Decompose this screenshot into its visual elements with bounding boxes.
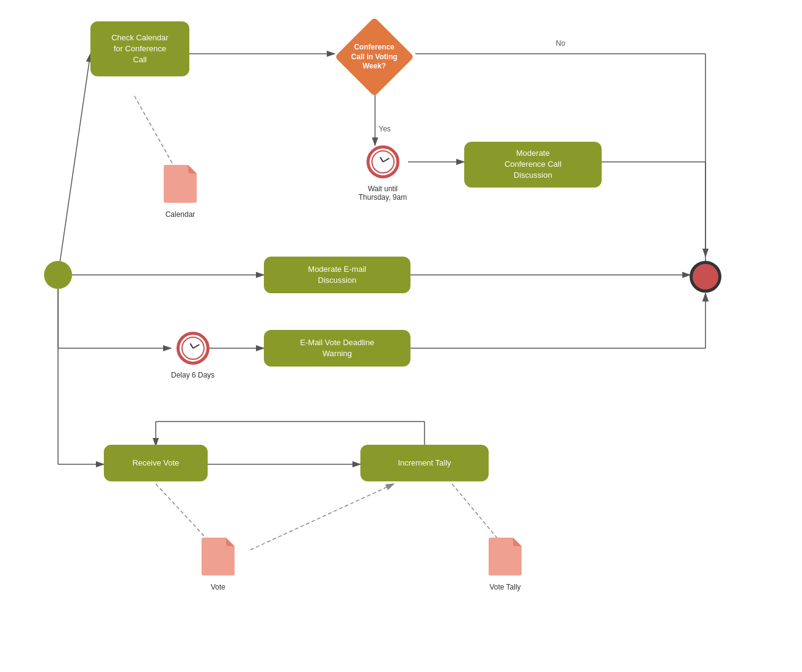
svg-line-25 [250, 484, 394, 550]
check-calendar-node: Check Calendarfor ConferenceCall [90, 21, 189, 76]
vote-doc-icon [202, 538, 235, 575]
delay-6days-node: Delay 6 Days [171, 332, 214, 379]
end-node [690, 261, 721, 293]
increment-tally-node: Increment Tally [360, 445, 489, 481]
svg-line-2 [58, 54, 90, 275]
vote-doc-node: Vote [202, 538, 235, 591]
receive-vote-node: Receive Vote [104, 445, 208, 481]
vote-tally-doc-label: Vote Tally [489, 583, 520, 591]
moderate-email-label: Moderate E-mailDiscussion [308, 264, 366, 286]
vote-doc-label: Vote [211, 583, 225, 591]
moderate-email-node: Moderate E-mailDiscussion [264, 257, 410, 293]
flowchart-diagram: No Yes Check Ca [0, 0, 802, 672]
delay-clock [177, 332, 210, 365]
email-warning-label: E-Mail Vote DeadlineWarning [300, 337, 374, 359]
no-label: No [556, 39, 566, 48]
wait-thursday-label: Wait untilThursday, 9am [359, 184, 407, 202]
start-circle [44, 261, 72, 289]
clock-face [371, 150, 395, 173]
start-node [44, 261, 72, 289]
check-calendar-label: Check Calendarfor ConferenceCall [111, 32, 168, 66]
conference-call-decision-node: ConferenceCall in VotingWeek? [335, 17, 414, 97]
increment-tally-label: Increment Tally [398, 458, 451, 469]
calendar-doc-node: Calendar [164, 165, 197, 219]
conference-call-label: ConferenceCall in VotingWeek? [347, 43, 402, 71]
yes-label: Yes [379, 125, 391, 133]
end-circle [690, 261, 721, 293]
calendar-doc-label: Calendar [166, 210, 195, 219]
conference-call-diamond: ConferenceCall in VotingWeek? [335, 17, 414, 97]
email-warning-node: E-Mail Vote DeadlineWarning [264, 330, 410, 367]
moderate-conference-label: ModerateConference CallDiscussion [505, 148, 561, 181]
delay-6days-label: Delay 6 Days [171, 371, 214, 379]
vote-tally-doc-icon [489, 538, 522, 575]
wait-thursday-clock [366, 145, 399, 178]
delay-clock-hand-minute [192, 344, 199, 349]
wait-thursday-node: Wait untilThursday, 9am [359, 145, 407, 202]
vote-tally-doc-node: Vote Tally [489, 538, 522, 591]
delay-clock-face [181, 337, 205, 360]
moderate-conference-node: ModerateConference CallDiscussion [464, 142, 602, 188]
receive-vote-label: Receive Vote [133, 458, 180, 469]
calendar-doc-icon [164, 165, 197, 203]
clock-hand-minute [382, 158, 389, 163]
